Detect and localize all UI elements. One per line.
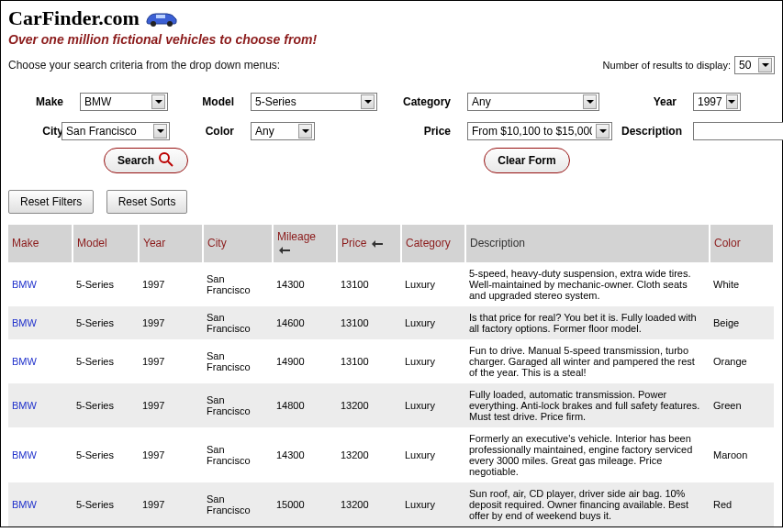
clear-form-label: Clear Form [498,154,555,167]
make-link[interactable]: BMW [12,400,37,411]
car-icon [143,8,180,28]
year-select[interactable]: 1997 [693,93,741,111]
cell-model: 5-Series [73,383,139,427]
cell-mileage: 15000 [273,482,337,526]
make-value: BMW [84,95,111,108]
make-link[interactable]: BMW [12,449,37,460]
color-value: Any [255,125,274,138]
svg-point-1 [167,21,173,27]
cell-price: 13100 [337,339,401,383]
cell-year: 1997 [139,482,203,526]
results-count-value: 50 [739,59,751,72]
cell-year: 1997 [139,339,203,383]
cell-city: San Francisco [203,339,273,383]
description-input[interactable] [693,122,783,140]
cell-description: Sun roof, air, CD player, driver side ai… [465,482,710,526]
col-mileage[interactable]: Mileage [273,225,337,262]
make-link[interactable]: BMW [12,499,37,510]
cell-category: Luxury [401,383,465,427]
cell-color: Green [710,383,774,427]
cell-price: 13200 [337,482,401,526]
reset-sorts-button[interactable]: Reset Sorts [106,190,188,214]
cell-model: 5-Series [73,427,139,482]
chevron-down-icon [596,124,610,139]
cell-mileage: 14800 [273,383,337,427]
price-select[interactable]: From $10,100 to $15,000 [467,122,612,140]
cell-mileage: 14900 [273,339,337,383]
chevron-down-icon [361,94,375,109]
chevron-down-icon [153,124,167,139]
cell-category: Luxury [401,306,465,339]
make-link[interactable]: BMW [12,317,37,328]
col-make[interactable]: Make [8,225,73,262]
cell-year: 1997 [139,262,203,306]
col-year[interactable]: Year [139,225,203,262]
make-label: Make [8,95,63,108]
svg-point-0 [151,21,156,27]
results-count-label: Number of results to display: [603,60,731,71]
make-select[interactable]: BMW [80,93,168,111]
cell-category: Luxury [401,482,465,526]
brand-title: CarFinder.com [8,6,140,30]
category-select[interactable]: Any [467,93,599,111]
table-row: BMW5-Series1997San Francisco1430013200Lu… [8,427,774,482]
svg-point-3 [160,153,169,162]
cell-color: Beige [710,306,774,339]
cell-city: San Francisco [203,482,273,526]
cell-city: San Francisco [203,383,273,427]
city-value: San Francisco [66,125,137,138]
col-category[interactable]: Category [401,225,465,262]
clear-form-button[interactable]: Clear Form [484,148,569,173]
svg-line-4 [168,161,173,166]
cell-price: 13200 [337,427,401,482]
cell-model: 5-Series [73,482,139,526]
search-button[interactable]: Search [104,148,188,173]
cell-city: San Francisco [203,306,273,339]
cell-year: 1997 [139,306,203,339]
cell-price: 13100 [337,306,401,339]
cell-color: Maroon [710,427,774,482]
tagline: Over one million fictional vehicles to c… [8,32,775,47]
cell-city: San Francisco [203,262,273,306]
sort-icon [372,238,383,250]
year-value: 1997 [698,95,722,108]
cell-color: Orange [710,339,774,383]
col-model[interactable]: Model [73,225,139,262]
city-select[interactable]: San Francisco [62,122,170,140]
col-price[interactable]: Price [337,225,401,262]
model-select[interactable]: 5-Series [251,93,377,111]
price-value: From $10,100 to $15,000 [472,125,592,138]
svg-marker-5 [279,247,290,254]
table-row: BMW5-Series1997San Francisco1490013100Lu… [8,339,774,383]
cell-color: Red [710,482,774,526]
cell-description: Fully loaded, automatic transmission. Po… [465,383,710,427]
description-label: Description [621,125,677,138]
category-label: Category [396,95,451,108]
reset-filters-button[interactable]: Reset Filters [8,190,94,214]
cell-mileage: 14600 [273,306,337,339]
results-count-select[interactable]: 50 [734,56,775,74]
col-city[interactable]: City [203,225,273,262]
category-value: Any [472,95,491,108]
cell-mileage: 14300 [273,427,337,482]
make-link[interactable]: BMW [12,279,37,290]
cell-description: Fun to drive. Manual 5-speed transmissio… [465,339,710,383]
cell-category: Luxury [401,339,465,383]
make-link[interactable]: BMW [12,356,37,367]
cell-description: Formerly an executive's vehicle. Interio… [465,427,710,482]
reset-filters-label: Reset Filters [20,195,82,208]
color-select[interactable]: Any [251,122,315,140]
price-label: Price [396,125,451,138]
color-label: Color [188,125,234,138]
chevron-down-icon [726,94,738,109]
cell-model: 5-Series [73,306,139,339]
model-label: Model [188,95,234,108]
chevron-down-icon [298,124,312,139]
col-color[interactable]: Color [710,225,774,262]
cell-description: Is that price for real? You bet it is. F… [465,306,710,339]
table-row: BMW5-Series1997San Francisco1430013100Lu… [8,262,774,306]
svg-marker-6 [372,240,383,248]
chevron-down-icon [583,94,597,109]
table-row: BMW5-Series1997San Francisco1460013100Lu… [8,306,774,339]
results-table: Make Model Year City Mileage Price Categ… [8,225,775,526]
